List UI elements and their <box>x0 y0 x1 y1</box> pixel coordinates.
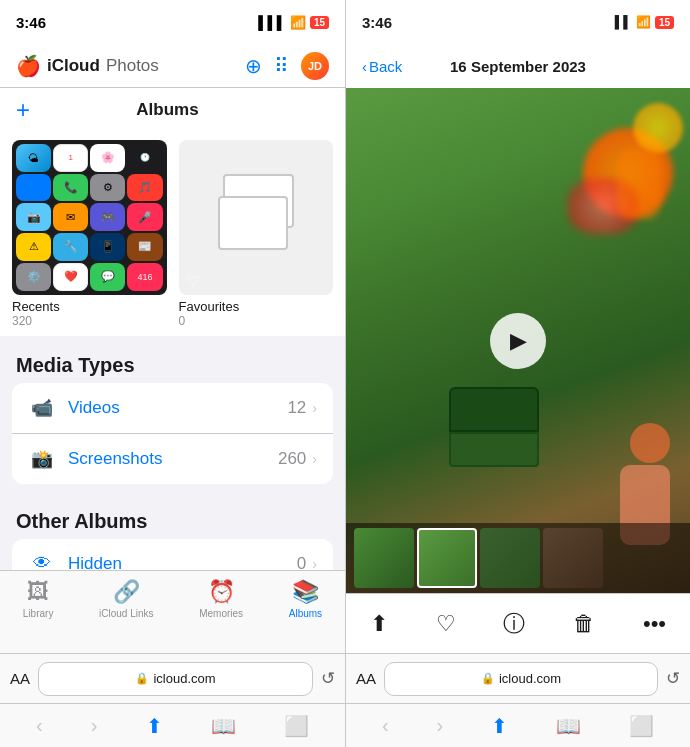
icloud-links-icon: 🔗 <box>113 579 140 605</box>
right-tabs-nav-button[interactable]: ⬜ <box>629 714 654 738</box>
app-weather: 🌤 <box>16 144 51 172</box>
left-url-text: icloud.com <box>153 671 215 686</box>
app-green: 📞 <box>53 174 88 202</box>
app-lightblue: 🔧 <box>53 233 88 261</box>
app-brown: 📰 <box>127 233 162 261</box>
right-browser-aa[interactable]: AA <box>356 670 376 687</box>
thumb-3[interactable] <box>480 528 540 588</box>
tab-memories[interactable]: ⏰ Memories <box>191 579 251 619</box>
tab-icloud-links[interactable]: 🔗 iCloud Links <box>91 579 161 619</box>
left-url-pill[interactable]: 🔒 icloud.com <box>38 662 313 696</box>
screenshots-row[interactable]: 📸 Screenshots 260 › <box>12 434 333 484</box>
right-url-pill[interactable]: 🔒 icloud.com <box>384 662 658 696</box>
album-grid: 🌤 1 🌸 🕐 📞 ⚙ 🎵 📷 ✉ 🎮 🎤 ⚠ 🔧 <box>0 128 345 336</box>
page-title: Albums <box>136 100 198 120</box>
app-blue <box>16 174 51 202</box>
right-info-button[interactable]: ⓘ <box>503 609 525 639</box>
left-panel: 3:46 ▌▌▌ 📶 15 🍎 iCloud Photos ⊕ ⠿ JD + A… <box>0 0 345 747</box>
stack-icon <box>202 163 310 271</box>
right-bookmarks-nav-button[interactable]: 📖 <box>556 714 581 738</box>
right-header: 3:46 ▌▌ 📶 15 ‹ Back 16 September 2023 <box>346 0 690 88</box>
date-header: ‹ Back 16 September 2023 <box>346 44 690 88</box>
right-share-nav-button[interactable]: ⬆ <box>491 714 508 738</box>
right-battery-badge: 15 <box>655 16 674 29</box>
favourites-count: 0 <box>179 314 334 328</box>
left-reload-button[interactable]: ↺ <box>321 668 335 689</box>
tab-albums-label: Albums <box>289 608 322 619</box>
right-share-button[interactable]: ⬆ <box>370 611 388 637</box>
avatar[interactable]: JD <box>301 52 329 80</box>
app-settings: ⚙️ <box>16 263 51 291</box>
right-toolbar: ⬆ ♡ ⓘ 🗑 ••• <box>346 593 690 653</box>
hidden-chevron: › <box>312 556 317 571</box>
orange-blob2 <box>617 149 662 219</box>
left-status-bar: 3:46 ▌▌▌ 📶 15 <box>0 0 345 44</box>
left-tabs-button[interactable]: ⬜ <box>284 714 309 738</box>
right-lock-icon: 🔒 <box>481 672 495 685</box>
tab-icloud-links-label: iCloud Links <box>99 608 153 619</box>
battery-badge: 15 <box>310 16 329 29</box>
tab-library-label: Library <box>23 608 54 619</box>
left-lock-icon: 🔒 <box>135 672 149 685</box>
left-forward-button[interactable]: › <box>91 714 98 737</box>
left-share-button[interactable]: ⬆ <box>146 714 163 738</box>
hidden-row[interactable]: 👁 Hidden 0 › <box>12 539 333 571</box>
album-favourites-thumb: ♡ <box>179 140 334 295</box>
left-bookmarks-button[interactable]: 📖 <box>211 714 236 738</box>
right-heart-button[interactable]: ♡ <box>436 611 456 637</box>
tab-library[interactable]: 🖼 Library <box>15 579 62 619</box>
right-browser-bar: AA 🔒 icloud.com ↺ <box>346 653 690 703</box>
left-browser-aa[interactable]: AA <box>10 670 30 687</box>
media-types-header: Media Types <box>0 336 345 383</box>
left-back-button[interactable]: ‹ <box>36 714 43 737</box>
recents-label: Recents <box>12 299 167 314</box>
app-gray: ⚙ <box>90 174 125 202</box>
app-darkblue: 📱 <box>90 233 125 261</box>
left-status-time: 3:46 <box>16 14 46 31</box>
screenshots-icon: 📸 <box>28 445 56 473</box>
right-back-nav-button[interactable]: ‹ <box>382 714 389 737</box>
media-types-list: 📹 Videos 12 › 📸 Screenshots 260 › <box>12 383 333 484</box>
thumb-1[interactable] <box>354 528 414 588</box>
back-button[interactable]: ‹ Back <box>362 58 402 75</box>
content-header: + Albums <box>0 88 345 128</box>
screenshots-chevron: › <box>312 451 317 467</box>
tab-memories-label: Memories <box>199 608 243 619</box>
app-red2: 416 <box>127 263 162 291</box>
right-status-icons: ▌▌ 📶 15 <box>615 15 674 29</box>
play-button[interactable]: ▶ <box>490 313 546 369</box>
videos-count: 12 <box>287 398 306 418</box>
right-signal-icon: ▌▌ <box>615 15 632 29</box>
videos-label: Videos <box>68 398 287 418</box>
icloud-logo: 🍎 iCloud Photos <box>16 54 159 78</box>
add-album-button[interactable]: + <box>16 96 30 124</box>
yellow-blob <box>633 103 683 153</box>
right-url-text: icloud.com <box>499 671 561 686</box>
thumb-4[interactable] <box>543 528 603 588</box>
brand-photos: Photos <box>106 56 159 76</box>
tab-albums[interactable]: 📚 Albums <box>281 579 330 619</box>
right-reload-button[interactable]: ↺ <box>666 668 680 689</box>
album-favourites[interactable]: ♡ Favourites 0 <box>179 140 334 328</box>
other-albums-list: 👁 Hidden 0 › 🗑 Recently Deleted 0 › <box>12 539 333 571</box>
add-circle-icon[interactable]: ⊕ <box>245 54 262 78</box>
app-orange: ✉ <box>53 203 88 231</box>
grid-icon[interactable]: ⠿ <box>274 54 289 78</box>
right-trash-button[interactable]: 🗑 <box>573 611 595 637</box>
thumb-2[interactable] <box>417 528 477 588</box>
videos-row[interactable]: 📹 Videos 12 › <box>12 383 333 434</box>
back-label: Back <box>369 58 402 75</box>
signal-icon: ▌▌▌ <box>258 15 286 30</box>
album-recents[interactable]: 🌤 1 🌸 🕐 📞 ⚙ 🎵 📷 ✉ 🎮 🎤 ⚠ 🔧 <box>12 140 167 328</box>
wifi-icon: 📶 <box>290 15 306 30</box>
screenshots-label: Screenshots <box>68 449 278 469</box>
album-recents-thumb: 🌤 1 🌸 🕐 📞 ⚙ 🎵 📷 ✉ 🎮 🎤 ⚠ 🔧 <box>12 140 167 295</box>
tab-bar: 🖼 Library 🔗 iCloud Links ⏰ Memories 📚 Al… <box>0 570 345 653</box>
app-green2: 💬 <box>90 263 125 291</box>
right-forward-nav-button[interactable]: › <box>437 714 444 737</box>
photo-area: ▶ <box>346 88 690 593</box>
chair-seat <box>449 432 539 467</box>
app-purple: 🎮 <box>90 203 125 231</box>
right-more-button[interactable]: ••• <box>643 611 666 637</box>
scroll-content[interactable]: 🌤 1 🌸 🕐 📞 ⚙ 🎵 📷 ✉ 🎮 🎤 ⚠ 🔧 <box>0 128 345 570</box>
